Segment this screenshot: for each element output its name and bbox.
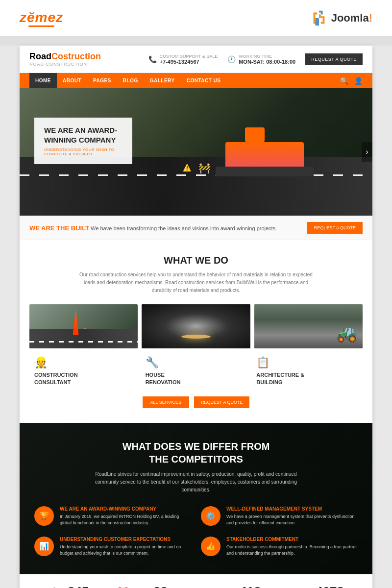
experience-number: 22	[135, 584, 186, 588]
nav-about[interactable]: ABOUT	[57, 73, 87, 88]
nav-gallery[interactable]: GALLERY	[144, 73, 181, 88]
contact-hours: 🕐 WORKING TIME MON-SAT: 08:00-18:00	[227, 54, 295, 65]
nav-links: HOME ABOUT PAGES BLOG GALLERY CONTACT US	[29, 73, 226, 88]
zemes-logo: zĕmez	[20, 10, 63, 27]
hero-content: WE ARE AN AWARD-WINNING COMPANY UNDERSTA…	[34, 118, 132, 164]
stakeholder-icon: 👍	[206, 541, 216, 551]
what-we-do-section: WHAT WE DO Our road construction service…	[20, 240, 372, 423]
logo-main: Road	[29, 51, 51, 61]
built-highlight: WE ARE THE BUILT	[29, 224, 89, 232]
differ-award-title: WE ARE AN AWARD-WINNING COMPANY	[60, 506, 191, 512]
header-contact: 📞 CUSTOM SUPPORT & SALE +7-495-1324567 🕐…	[148, 53, 363, 65]
header-quote-button[interactable]: REQUEST A QUOTE	[305, 53, 363, 65]
stat-projects: 📋 345 PROJECTS	[47, 584, 90, 588]
clock-icon: 🕐	[227, 55, 236, 63]
differ-stakeholder-desc: Our motto is success through partnership…	[226, 544, 358, 557]
differ-management-title: WELL-DEFINED MANAGEMENT SYSTEM	[226, 506, 358, 512]
differ-desc: RoadLine strives for continual improveme…	[86, 470, 306, 494]
built-quote-button[interactable]: REQUEST A QUOTE	[307, 222, 363, 234]
hero-subtitle: UNDERSTANDING YOUR WISH TO COMPLETE A PR…	[44, 147, 122, 156]
service-icon-renovation: 🔧	[146, 356, 247, 369]
award-icon-wrap: 🏆	[34, 506, 54, 526]
services-images: 🚧 🚜	[29, 304, 363, 348]
projects-number: 345	[67, 584, 90, 588]
service-buttons: ALL SERVICES REQUEST A QUOTE	[29, 396, 363, 408]
stat-staff: 👥 413 QUALIFIED STUFF	[212, 584, 270, 588]
stakeholder-icon-wrap: 👍	[201, 537, 220, 556]
nav-blog[interactable]: BLOG	[117, 73, 144, 88]
site-logo-sub: ROAD CONSTRUCTION	[29, 62, 101, 67]
gray-separator	[0, 37, 392, 46]
differ-item-management: ⚙️ WELL-DEFINED MANAGEMENT SYSTEM We hav…	[201, 506, 358, 527]
differ-grid: 🏆 WE ARE AN AWARD-WINNING COMPANY In Jan…	[34, 506, 358, 557]
stat-experience: ⏰ 22 YEARS OF EXPERIENCE	[116, 584, 186, 588]
zemes-underline	[28, 25, 54, 27]
service-image-tunnel	[142, 304, 250, 348]
award-icon: 🏆	[39, 511, 49, 520]
site-logo-text: RoadCostruction	[29, 51, 101, 62]
differ-stakeholder-title: STAKEHOLDER COMMITMENT	[226, 537, 358, 542]
service-title-architecture: ARCHITECTURE &BUILDING	[256, 371, 358, 387]
built-description: We have been transforming the ideas and …	[91, 225, 277, 231]
differ-management-content: WELL-DEFINED MANAGEMENT SYSTEM We have a…	[226, 506, 358, 527]
top-branding-bar: zĕmez Joomla!	[0, 0, 392, 37]
built-banner: WE ARE THE BUILT We have been transformi…	[20, 216, 372, 240]
what-we-do-title: WHAT WE DO	[29, 255, 363, 266]
nav-icons: 🔍 👤	[340, 77, 363, 85]
differ-customer-title: UNDERSTANDING CUSTOMER EXPECTATIONS	[60, 537, 191, 542]
joomla-logo: Joomla!	[310, 9, 372, 27]
customer-icon: 📊	[39, 541, 49, 551]
traffic-cones: 🚧	[198, 162, 211, 174]
hero-title: WE ARE AN AWARD-WINNING COMPANY	[44, 125, 122, 145]
service-item-architecture: 📋 ARCHITECTURE &BUILDING	[251, 356, 363, 387]
differ-item-stakeholder: 👍 STAKEHOLDER COMMITMENT Our motto is su…	[201, 537, 358, 557]
differ-customer-content: UNDERSTANDING CUSTOMER EXPECTATIONS Unde…	[60, 537, 191, 557]
service-icon-architecture: 📋	[256, 356, 358, 369]
phone-icon: 📞	[148, 55, 157, 63]
machine-arm	[245, 127, 265, 142]
site-header: RoadCostruction ROAD CONSTRUCTION 📞 CUST…	[20, 46, 372, 73]
hours-value: MON-SAT: 08:00-18:00	[239, 59, 295, 65]
service-item-construction: 👷 CONSTRUCTIONCONSULTANT	[29, 356, 141, 387]
differ-stakeholder-content: STAKEHOLDER COMMITMENT Our motto is succ…	[226, 537, 358, 557]
management-icon-wrap: ⚙️	[201, 506, 220, 526]
differ-customer-desc: Understanding your wish to complete a pr…	[60, 544, 191, 557]
nav-pages[interactable]: PAGES	[87, 73, 117, 88]
service-image-road: 🚧	[29, 304, 138, 348]
joomla-text: Joomla!	[331, 12, 372, 24]
what-we-do-desc: Our road construction services help you …	[74, 271, 318, 294]
differ-management-desc: We have a proven management system that …	[226, 514, 358, 527]
differ-section: WHAT DOES WE DIFFER FROMTHE COMPETITORS …	[20, 423, 372, 574]
machine-body	[225, 142, 304, 167]
phone-label: CUSTOM SUPPORT & SALE	[160, 54, 218, 59]
stats-bar: 📋 345 PROJECTS ⏰ 22 YEARS OF EXPERIENCE …	[20, 574, 372, 588]
site-logo: RoadCostruction ROAD CONSTRUCTION	[29, 51, 101, 67]
differ-item-customer: 📊 UNDERSTANDING CUSTOMER EXPECTATIONS Un…	[34, 537, 191, 557]
nav-home[interactable]: HOME	[29, 73, 57, 88]
customer-icon-wrap: 📊	[34, 537, 54, 556]
service-icon-construction: 👷	[34, 356, 136, 369]
hero-machine	[216, 127, 314, 176]
joomla-icon	[310, 9, 328, 27]
service-title-construction: CONSTRUCTIONCONSULTANT	[34, 371, 136, 387]
service-image-construction: 🚜	[254, 304, 363, 348]
service-title-renovation: HOUSERENOVATION	[146, 371, 247, 387]
site-wrapper: RoadCostruction ROAD CONSTRUCTION 📞 CUST…	[20, 46, 372, 588]
hero-next-arrow[interactable]: ›	[362, 142, 372, 162]
built-text: WE ARE THE BUILT We have been transformi…	[29, 224, 277, 232]
services-grid: 👷 CONSTRUCTIONCONSULTANT 🔧 HOUSERENOVATI…	[29, 356, 363, 387]
nav-contact[interactable]: CONTACT US	[181, 73, 227, 88]
services-quote-button[interactable]: REQUEST A QUOTE	[194, 396, 249, 408]
search-icon[interactable]: 🔍	[340, 77, 348, 85]
contact-phone: 📞 CUSTOM SUPPORT & SALE +7-495-1324567	[148, 54, 218, 65]
differ-title: WHAT DOES WE DIFFER FROMTHE COMPETITORS	[34, 440, 358, 466]
user-icon[interactable]: 👤	[354, 77, 363, 85]
stat-machines: 🚛 4078 MACHINERIES	[295, 584, 345, 588]
traffic-sign: ⚠️	[183, 164, 191, 172]
hero-road	[20, 157, 372, 216]
staff-number: 413	[231, 584, 270, 588]
differ-item-award: 🏆 WE ARE AN AWARD-WINNING COMPANY In Jan…	[34, 506, 191, 527]
all-services-button[interactable]: ALL SERVICES	[143, 396, 190, 408]
differ-award-content: WE ARE AN AWARD-WINNING COMPANY In Janua…	[60, 506, 191, 527]
management-icon: ⚙️	[206, 511, 216, 520]
